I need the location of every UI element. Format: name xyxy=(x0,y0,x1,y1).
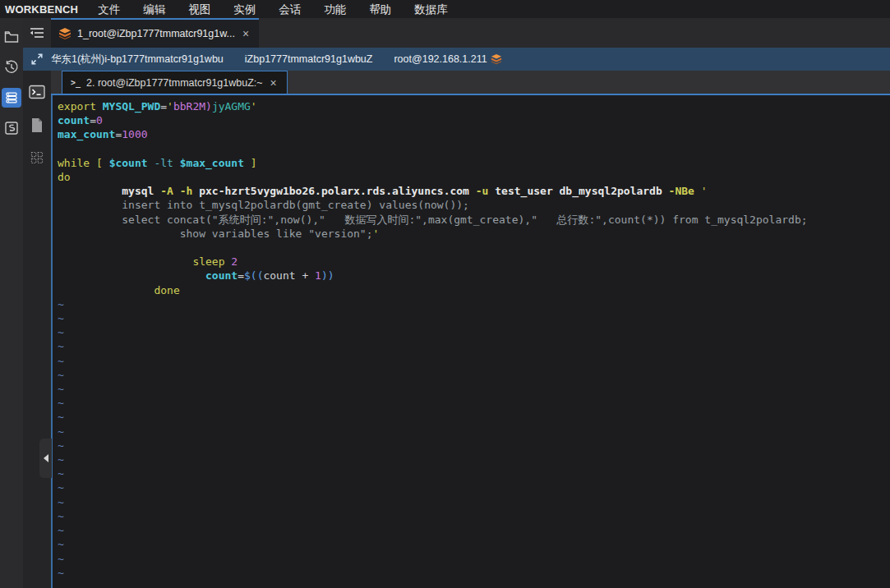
empty-line-tilde: ~ xyxy=(58,523,890,537)
connection-region-instance: 华东1(杭州)i-bp1777tmmatcr91g1wbu xyxy=(51,53,224,67)
menu-item[interactable]: 视图 xyxy=(177,3,222,16)
terminal-line: done xyxy=(58,283,890,297)
menu-item[interactable]: 功能 xyxy=(312,3,357,16)
menu-bar: WORKBENCH 文件编辑视图实例会话功能帮助数据库 xyxy=(0,0,890,18)
empty-line-tilde: ~ xyxy=(58,439,890,452)
servers-icon xyxy=(2,88,21,108)
outline-toggle-button[interactable] xyxy=(23,18,51,48)
connection-hostname: iZbp1777tmmatcr91g1wbuZ xyxy=(245,53,373,65)
empty-line-tilde: ~ xyxy=(58,466,890,480)
layers-orange-icon xyxy=(491,53,502,65)
menu-item[interactable]: 会话 xyxy=(267,3,312,16)
menu-item[interactable]: 数据库 xyxy=(403,3,459,16)
terminal-icon xyxy=(29,85,45,99)
empty-line-tilde: ~ xyxy=(58,509,890,523)
connection-bar: 华东1(杭州)i-bp1777tmmatcr91g1wbu iZbp1777tm… xyxy=(23,48,890,71)
terminal-line: export MYSQL_PWD='bbR2M)jyAGMG' xyxy=(58,99,890,113)
empty-line-tilde: ~ xyxy=(58,339,890,353)
terminal-line: show variables like "version";' xyxy=(58,227,890,241)
empty-line-tilde: ~ xyxy=(58,325,890,339)
menu-item[interactable]: 实例 xyxy=(222,3,267,16)
sidebar-item-apps[interactable] xyxy=(23,141,51,174)
history-icon xyxy=(4,60,19,75)
terminal-line: while [ $count -lt $max_count ] xyxy=(58,156,890,170)
app-brand: WORKBENCH xyxy=(0,3,86,16)
layers-orange-icon xyxy=(58,27,71,40)
sidebar-item-scripts[interactable] xyxy=(1,116,22,140)
terminal-line: count=0 xyxy=(58,113,890,127)
empty-line-tilde: ~ xyxy=(58,311,890,325)
terminal-line: insert into t_mysql2polardb(gmt_create) … xyxy=(58,198,890,212)
session-tab-active[interactable]: 1_root@iZbp1777tmmatcr91g1w... × xyxy=(51,18,259,48)
terminal-output[interactable]: export MYSQL_PWD='bbR2M)jyAGMG'count=0ma… xyxy=(51,95,890,588)
chevron-left-icon xyxy=(44,454,48,462)
terminal-line xyxy=(58,241,890,255)
terminal-tab-bar: >_ 2. root@iZbp1777tmmatcr91g1wbuZ:~ × xyxy=(51,71,890,95)
prompt-icon: >_ xyxy=(71,78,81,87)
file-icon xyxy=(30,117,44,133)
menu-item[interactable]: 文件 xyxy=(86,3,131,16)
empty-line-tilde: ~ xyxy=(58,410,890,424)
menu-items: 文件编辑视图实例会话功能帮助数据库 xyxy=(86,2,459,17)
terminal-tab-label: 2. root@iZbp1777tmmatcr91g1wbuZ:~ xyxy=(86,77,263,89)
sidebar-item-files[interactable] xyxy=(1,25,22,49)
outer-sidebar xyxy=(0,18,23,588)
terminal-line: count=$((count + 1)) xyxy=(58,269,890,283)
session-tab-label: 1_root@iZbp1777tmmatcr91g1w... xyxy=(77,28,235,39)
apps-grid-icon xyxy=(30,151,44,164)
inner-sidebar xyxy=(23,71,51,588)
terminal-tab-active[interactable]: >_ 2. root@iZbp1777tmmatcr91g1wbuZ:~ × xyxy=(62,71,288,94)
empty-line-tilde: ~ xyxy=(58,452,890,466)
terminal-line: max_count=1000 xyxy=(58,127,890,141)
empty-line-tilde: ~ xyxy=(58,382,890,396)
sidebar-item-file[interactable] xyxy=(23,108,51,141)
empty-line-tilde: ~ xyxy=(58,354,890,368)
close-icon[interactable]: × xyxy=(269,77,279,89)
session-tab-bar: 1_root@iZbp1777tmmatcr91g1w... × xyxy=(23,18,890,48)
connection-login: root@192.168.1.211 xyxy=(394,53,487,65)
empty-line-tilde: ~ xyxy=(58,396,890,410)
sidebar-item-history[interactable] xyxy=(1,55,22,80)
empty-line-tilde: ~ xyxy=(58,566,890,580)
sidebar-item-servers[interactable] xyxy=(1,85,22,110)
terminal-line: select concat("系统时间:",now()," 数据写入时间:",m… xyxy=(58,213,890,227)
fullscreen-button[interactable] xyxy=(23,53,51,65)
empty-line-tilde: ~ xyxy=(58,425,890,439)
close-icon[interactable]: × xyxy=(241,28,251,39)
menu-item[interactable]: 帮助 xyxy=(357,3,403,16)
empty-line-tilde: ~ xyxy=(58,297,890,311)
menu-item[interactable]: 编辑 xyxy=(131,3,177,16)
script-icon xyxy=(4,121,19,136)
fullscreen-icon xyxy=(31,53,43,65)
terminal-line: do xyxy=(58,170,890,184)
empty-line-tilde: ~ xyxy=(58,537,890,551)
terminal-line xyxy=(58,142,890,156)
empty-line-tilde: ~ xyxy=(58,368,890,382)
terminal-panel: >_ 2. root@iZbp1777tmmatcr91g1wbuZ:~ × e… xyxy=(51,71,890,588)
sidebar-item-terminal[interactable] xyxy=(23,76,51,108)
folder-icon xyxy=(4,30,19,44)
terminal-line: mysql -A -h pxc-hzrt5vygw1bo26.polarx.rd… xyxy=(58,184,890,198)
outline-toggle-icon xyxy=(30,27,44,39)
empty-line-tilde: ~ xyxy=(58,480,890,494)
terminal-line: sleep 2 xyxy=(58,255,890,269)
workbench-app: WORKBENCH 文件编辑视图实例会话功能帮助数据库 xyxy=(0,0,890,588)
empty-line-tilde: ~ xyxy=(58,552,890,566)
empty-line-tilde: ~ xyxy=(58,495,890,509)
sidebar-collapse-handle[interactable] xyxy=(39,439,52,478)
